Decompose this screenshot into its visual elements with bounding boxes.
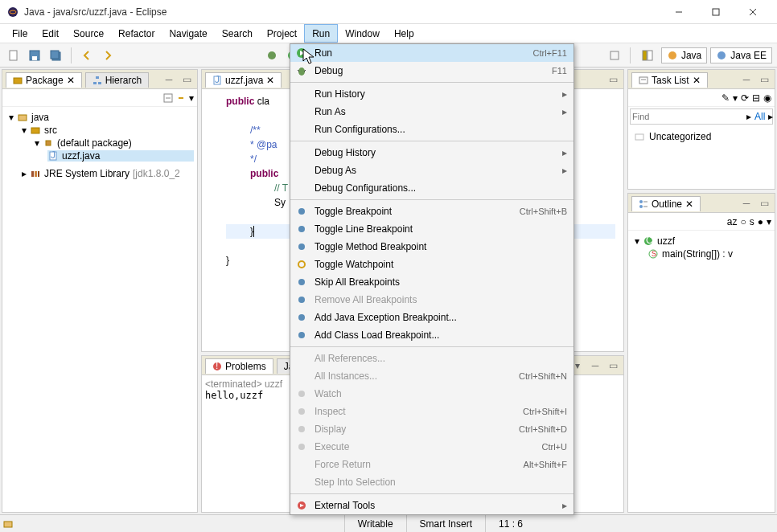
minimize-view-icon[interactable]: ─ — [739, 72, 754, 87]
menu-item-skip-all-breakpoints[interactable]: Skip All Breakpoints — [290, 273, 574, 291]
hide-fields-icon[interactable]: ○ — [741, 216, 746, 227]
collapse-icon[interactable]: ⊟ — [752, 92, 760, 104]
menu-item-run[interactable]: RunCtrl+F11 — [290, 44, 574, 62]
task-category-label: Uncategorized — [649, 131, 711, 142]
minimize-button[interactable] — [661, 1, 697, 23]
open-perspective-button[interactable] — [637, 48, 658, 63]
maximize-view-icon[interactable]: ▭ — [757, 72, 771, 87]
categorize-icon[interactable]: ▾ — [733, 92, 738, 104]
code-text: } — [226, 255, 229, 266]
task-search-input[interactable] — [632, 112, 743, 121]
maximize-button[interactable] — [698, 1, 734, 23]
outline-method[interactable]: smain(String[]) : v — [648, 248, 771, 260]
status-icon[interactable] — [0, 519, 16, 529]
hide-static-icon[interactable]: s — [750, 216, 754, 227]
problems-view: ! Problems Ja <terminated> uzzf hello,uz… — [201, 355, 293, 513]
menu-window[interactable]: Window — [338, 24, 387, 43]
minimize-view-icon[interactable]: ─ — [588, 358, 602, 373]
perspective-java[interactable]: Java — [661, 47, 707, 63]
console-body[interactable]: <terminated> uzzf hello,uzzf — [202, 375, 292, 512]
menu-item-debug-as[interactable]: Debug As▸ — [290, 162, 574, 179]
maximize-view-icon[interactable]: ▭ — [757, 196, 771, 211]
new-task-icon[interactable]: ✎ — [722, 92, 730, 104]
sync-icon[interactable]: ⟳ — [741, 92, 749, 104]
menu-item-run-as[interactable]: Run As▸ — [290, 103, 574, 121]
forward-icon[interactable] — [99, 47, 117, 64]
collapse-all-icon[interactable] — [163, 93, 173, 103]
menu-navigate[interactable]: Navigate — [162, 24, 214, 43]
tree-jre[interactable]: ▸JRE System Library [jdk1.8.0_2 — [22, 168, 194, 179]
project-icon — [17, 112, 28, 123]
close-tab-icon[interactable]: ✕ — [67, 75, 75, 86]
execute-icon — [295, 440, 308, 453]
menu-item-toggle-watchpoint[interactable]: Toggle Watchpoint — [290, 256, 574, 273]
view-menu-icon[interactable]: ▾ — [189, 92, 194, 104]
task-category[interactable]: Uncategorized — [628, 126, 775, 147]
minimize-view-icon[interactable]: ─ — [162, 72, 176, 87]
focus-icon[interactable]: ◉ — [763, 92, 771, 104]
menu-item-toggle-method-breakpoint[interactable]: Toggle Method Breakpoint — [290, 238, 574, 256]
menu-help[interactable]: Help — [387, 24, 421, 43]
menu-item-label: Debug As — [314, 165, 562, 176]
close-tab-icon[interactable]: ✕ — [266, 75, 274, 86]
link-editor-icon[interactable] — [176, 93, 186, 103]
menu-accel: Ctrl+Shift+D — [519, 424, 567, 434]
minimize-view-icon[interactable]: ─ — [739, 196, 754, 211]
menu-item-run-history[interactable]: Run History▸ — [290, 85, 574, 103]
save-icon[interactable] — [26, 47, 43, 64]
svg-rect-3 — [713, 9, 719, 15]
menu-item-run-configurations-[interactable]: Run Configurations... — [290, 121, 574, 138]
new-icon[interactable] — [5, 47, 23, 64]
maximize-view-icon[interactable]: ▭ — [179, 72, 194, 87]
back-icon[interactable] — [78, 47, 96, 64]
menu-item-debug-configurations-[interactable]: Debug Configurations... — [290, 179, 574, 197]
tree-src[interactable]: ▾src — [22, 125, 194, 136]
problems-tab[interactable]: ! Problems — [205, 358, 273, 374]
close-tab-icon[interactable]: ✕ — [685, 198, 693, 210]
menu-item-add-java-exception-breakpoint-[interactable]: Add Java Exception Breakpoint... — [290, 309, 574, 326]
task-list-tab[interactable]: Task List ✕ — [631, 72, 708, 88]
menu-refactor[interactable]: Refactor — [111, 24, 162, 43]
tree-file[interactable]: Juzzf.java — [47, 150, 194, 162]
outline-tab[interactable]: Outline ✕ — [631, 196, 701, 211]
close-tab-icon[interactable]: ✕ — [693, 75, 701, 86]
menu-item-debug-history[interactable]: Debug History▸ — [290, 144, 574, 162]
save-all-icon[interactable] — [47, 47, 64, 64]
debug-toolbar-icon[interactable] — [263, 47, 281, 64]
menu-run[interactable]: Run — [304, 24, 338, 43]
tree-project[interactable]: ▾java — [9, 112, 194, 123]
outline-class[interactable]: ▾Cuzzf — [635, 235, 771, 247]
outline-label: Outline — [652, 198, 682, 210]
remove-bp-icon — [295, 293, 308, 306]
menu-search[interactable]: Search — [215, 24, 260, 43]
outline-tree[interactable]: ▾Cuzzf smain(String[]) : v — [628, 231, 775, 512]
hide-local-icon[interactable]: ▾ — [767, 216, 771, 227]
open-task-icon[interactable] — [606, 47, 623, 64]
menu-source[interactable]: Source — [66, 24, 111, 43]
package-explorer-tab[interactable]: Package ✕ — [6, 72, 82, 88]
package-tree[interactable]: ▾java ▾src ▾(default package) Juzzf.java — [2, 107, 197, 512]
menu-item-debug[interactable]: DebugF11 — [290, 62, 574, 80]
hide-nonpublic-icon[interactable]: ● — [758, 216, 763, 227]
menu-item-toggle-line-breakpoint[interactable]: Toggle Line Breakpoint — [290, 220, 574, 238]
menu-accel: Ctrl+Shift+N — [519, 371, 567, 381]
menu-item-add-class-load-breakpoint-[interactable]: Add Class Load Breakpoint... — [290, 326, 574, 344]
menu-project[interactable]: Project — [260, 24, 304, 43]
close-button[interactable] — [735, 1, 771, 23]
hierarchy-tab[interactable]: Hierarch — [85, 72, 149, 88]
maximize-view-icon[interactable]: ▭ — [606, 358, 620, 373]
menu-item-external-tools[interactable]: External Tools▸ — [290, 497, 574, 514]
menu-file[interactable]: File — [5, 24, 35, 43]
editor-tab[interactable]: J uzzf.java ✕ — [205, 72, 282, 88]
tree-package[interactable]: ▾(default package) — [35, 137, 194, 149]
menu-edit[interactable]: Edit — [35, 24, 66, 43]
menu-item-toggle-breakpoint[interactable]: Toggle BreakpointCtrl+Shift+B — [290, 203, 574, 220]
console-output: hello,uzzf — [205, 390, 289, 401]
menu-item-label: Toggle Method Breakpoint — [314, 241, 567, 252]
sort-icon[interactable]: az — [727, 216, 738, 227]
task-filter-all[interactable]: All — [754, 111, 765, 122]
perspective-javaee[interactable]: Java EE — [710, 47, 772, 63]
tree-project-label: java — [31, 112, 49, 123]
maximize-editor-icon[interactable]: ▭ — [606, 72, 620, 87]
tree-package-label: (default package) — [57, 137, 132, 149]
